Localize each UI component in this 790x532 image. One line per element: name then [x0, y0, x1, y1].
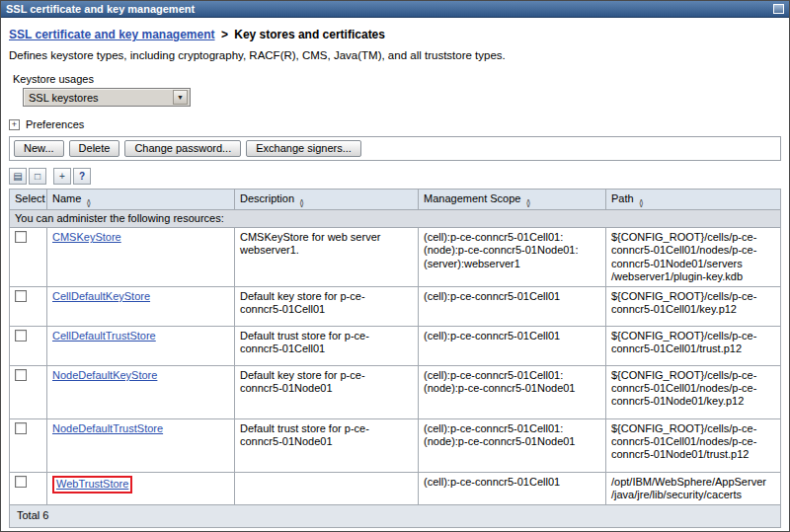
sort-icons[interactable]: ∧∨ [299, 199, 304, 207]
change-password-button[interactable]: Change password... [124, 140, 241, 157]
table-total: Total 6 [10, 505, 781, 527]
row-checkbox[interactable] [15, 476, 27, 488]
keystore-link[interactable]: CellDefaultKeyStore [52, 290, 150, 302]
keystore-usages-value: SSL keystores [29, 92, 99, 104]
table-caption: You can administer the following resourc… [10, 210, 781, 228]
titlebar-window-icon[interactable] [773, 4, 784, 14]
cell-path: ${CONFIG_ROOT}/cells/p-ce- conncr5-01Cel… [606, 228, 781, 287]
col-header-path[interactable]: Path∧∨ [606, 190, 781, 210]
row-checkbox[interactable] [15, 330, 27, 342]
row-checkbox[interactable] [15, 422, 27, 434]
table-button-bar: New... Delete Change password... Exchang… [9, 136, 781, 161]
show-filter-icon[interactable]: + [53, 168, 71, 185]
keystore-link[interactable]: CMSKeyStore [52, 231, 121, 243]
cell-description: CMSKeyStore for web server webserver1. [235, 228, 419, 287]
cell-scope: (cell):p-ce-conncr5-01Cell01 [419, 286, 606, 326]
row-checkbox[interactable] [15, 231, 27, 243]
cell-scope: (cell):p-ce-conncr5-01Cell01: (node):p-c… [419, 418, 606, 472]
cell-path: ${CONFIG_ROOT}/cells/p-ce- conncr5-01Cel… [606, 365, 781, 418]
breadcrumb: SSL certificate and key management > Key… [9, 28, 781, 41]
expand-plus-icon[interactable]: + [9, 119, 20, 130]
breadcrumb-separator: > [221, 28, 228, 41]
preferences-toggle[interactable]: + Preferences [9, 118, 781, 130]
table-row: CMSKeyStore CMSKeyStore for web server w… [10, 228, 781, 287]
keystore-usages-label: Keystore usages [13, 73, 781, 85]
cell-description: Default key store for p-ce- conncr5-01Ce… [235, 286, 419, 326]
table-row: NodeDefaultKeyStore Default key store fo… [10, 365, 781, 418]
select-all-icon[interactable]: ▤ [9, 168, 27, 185]
table-header-row: Select Name∧∨ Description∧∨ Management S… [10, 190, 781, 210]
breadcrumb-current: Key stores and certificates [234, 28, 385, 41]
cell-description [235, 472, 419, 504]
cell-path: ${CONFIG_ROOT}/cells/p-ce- conncr5-01Cel… [606, 326, 781, 365]
keystore-link[interactable]: WebTrustStore [56, 478, 128, 490]
col-header-scope[interactable]: Management Scope∧∨ [419, 190, 606, 210]
keystores-table: Select Name∧∨ Description∧∨ Management S… [9, 189, 781, 528]
cell-path: ${CONFIG_ROOT}/cells/p-ce- conncr5-01Cel… [606, 286, 781, 326]
cell-path: /opt/IBM/WebSphere/AppServer /java/jre/l… [606, 472, 781, 504]
new-button[interactable]: New... [14, 140, 64, 157]
keystore-link[interactable]: CellDefaultTrustStore [52, 330, 156, 342]
ssl-management-window: SSL certificate and key management SSL c… [0, 0, 790, 532]
table-row: CellDefaultKeyStore Default key store fo… [10, 286, 781, 326]
cell-path: ${CONFIG_ROOT}/cells/p-ce- conncr5-01Cel… [606, 418, 781, 472]
help-icon[interactable]: ? [73, 168, 91, 185]
dropdown-arrow-icon[interactable]: ▼ [173, 90, 188, 105]
cell-scope: (cell):p-ce-conncr5-01Cell01: (node):p-c… [419, 365, 606, 418]
sort-icons[interactable]: ∧∨ [525, 199, 530, 207]
cell-description: Default key store for p-ce- conncr5-01No… [235, 365, 419, 418]
cell-description: Default trust store for p-ce- conncr5-01… [235, 418, 419, 472]
cell-scope: (cell):p-ce-conncr5-01Cell01: (node):p-c… [419, 228, 606, 287]
row-checkbox[interactable] [15, 369, 27, 381]
exchange-signers-button[interactable]: Exchange signers... [246, 140, 361, 157]
sort-icons[interactable]: ∧∨ [639, 199, 644, 207]
delete-button[interactable]: Delete [69, 140, 120, 157]
cell-scope: (cell):p-ce-conncr5-01Cell01 [419, 472, 606, 504]
keystore-usages-select[interactable]: SSL keystores ▼ [23, 88, 191, 107]
keystore-link[interactable]: NodeDefaultTrustStore [52, 422, 163, 434]
sort-icons[interactable]: ∧∨ [86, 199, 91, 207]
table-row: CellDefaultTrustStore Default trust stor… [10, 326, 781, 365]
keystore-link[interactable]: NodeDefaultKeyStore [52, 369, 157, 381]
table-caption-row: You can administer the following resourc… [10, 210, 781, 228]
col-header-name[interactable]: Name∧∨ [47, 190, 235, 210]
breadcrumb-link[interactable]: SSL certificate and key management [9, 28, 215, 41]
col-header-description[interactable]: Description∧∨ [235, 190, 419, 210]
table-row: NodeDefaultTrustStore Default trust stor… [10, 418, 781, 472]
col-header-select: Select [10, 190, 47, 210]
preferences-label: Preferences [26, 118, 84, 130]
deselect-all-icon[interactable]: □ [29, 168, 46, 185]
cell-scope: (cell):p-ce-conncr5-01Cell01 [419, 326, 606, 365]
table-row: WebTrustStore (cell):p-ce-conncr5-01Cell… [10, 472, 781, 504]
table-icon-bar: ▤ □ + ? [9, 168, 781, 185]
titlebar-title: SSL certificate and key management [6, 3, 195, 15]
annotation-highlight-box: WebTrustStore [52, 476, 132, 494]
row-checkbox[interactable] [15, 290, 27, 302]
page-content: SSL certificate and key management > Key… [1, 18, 789, 531]
titlebar: SSL certificate and key management [1, 1, 789, 18]
table-total-row: Total 6 [10, 505, 781, 527]
cell-description: Default trust store for p-ce- conncr5-01… [235, 326, 419, 365]
page-description: Defines keystore types, including crypto… [9, 49, 781, 61]
